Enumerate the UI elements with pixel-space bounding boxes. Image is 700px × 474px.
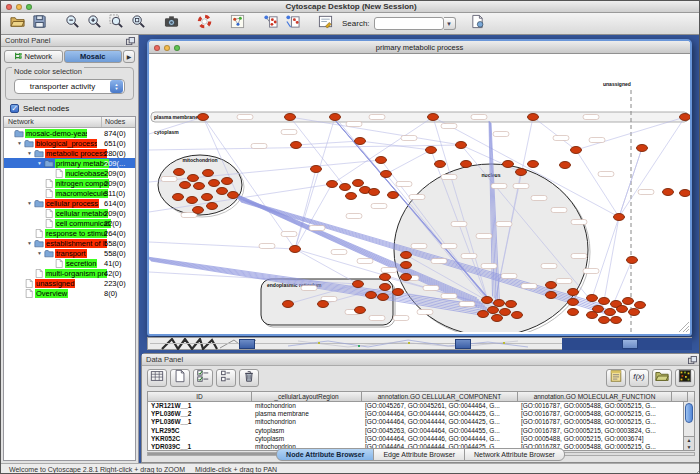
tree-row[interactable]: ▼cellular process614(0) (4, 198, 135, 208)
graph-node[interactable] (401, 274, 412, 281)
tab-network-attribute-browser[interactable]: Network Attribute Browser (464, 448, 565, 461)
graph-edge[interactable] (604, 217, 619, 301)
graph-edge[interactable] (295, 169, 316, 249)
graph-node[interactable] (401, 252, 412, 259)
graph-node[interactable] (311, 166, 322, 173)
graph-node[interactable] (506, 301, 517, 308)
resize-grip-icon[interactable] (691, 465, 700, 474)
tree-row[interactable]: nitrogen compo209(0) (4, 178, 135, 188)
graph-node[interactable] (222, 178, 233, 185)
graph-node[interactable] (663, 189, 674, 196)
graph-node[interactable] (340, 184, 351, 191)
snapshot-button[interactable] (160, 14, 182, 33)
graph-node[interactable] (635, 302, 646, 309)
graph-node[interactable] (426, 147, 437, 154)
graph-node[interactable] (217, 188, 228, 195)
import-document-button[interactable] (467, 14, 489, 33)
node-color-dropdown[interactable]: transporter activity ▲▼ (14, 79, 125, 94)
graph-node[interactable] (174, 169, 185, 176)
expander-icon[interactable]: ▼ (37, 160, 44, 166)
tree-row[interactable]: cellular metabo209(0) (4, 208, 135, 218)
network-overview-button[interactable] (226, 14, 248, 33)
graph-node[interactable] (571, 147, 582, 154)
tab-network[interactable]: Network (4, 50, 63, 63)
tree-row[interactable]: macromolecule311(0) (4, 188, 135, 198)
attribute-list-button[interactable] (216, 369, 236, 387)
network-canvas[interactable]: plasma membranecytoplasmmitochondrionnuc… (149, 54, 690, 332)
graph-node[interactable] (187, 197, 198, 204)
select-columns-button[interactable] (147, 369, 167, 387)
graph-node[interactable] (516, 169, 527, 176)
formula-builder-button[interactable]: f(x) (629, 369, 649, 387)
attribute-checklist-button[interactable] (193, 369, 213, 387)
graph-node[interactable] (599, 298, 610, 305)
tree-row[interactable]: secretion41(0) (4, 258, 135, 268)
graph-node[interactable] (291, 142, 302, 149)
graph-node[interactable] (456, 142, 467, 149)
matrix-view-button[interactable] (675, 369, 695, 387)
hide-selected-edges-button[interactable] (281, 14, 303, 33)
graph-node[interactable] (194, 183, 205, 190)
graph-node[interactable] (428, 114, 439, 121)
graph-node[interactable] (378, 294, 389, 301)
graph-node[interactable] (203, 170, 214, 177)
tree-col-nodes[interactable]: Nodes (105, 118, 125, 125)
graph-node[interactable] (503, 161, 514, 168)
table-row[interactable]: YLR295Ccytoplasm[GO:0045263, GO:0044464,… (148, 427, 694, 435)
tree-row[interactable]: multi-organism pro42(0) (4, 268, 135, 278)
graph-node[interactable] (546, 282, 557, 289)
tab-node-attribute-browser[interactable]: Node Attribute Browser (276, 448, 374, 461)
graph-node[interactable] (512, 312, 523, 319)
graph-node[interactable] (228, 192, 239, 199)
graph-node[interactable] (568, 299, 579, 306)
graph-node[interactable] (393, 289, 404, 296)
delete-attribute-button[interactable] (239, 369, 259, 387)
search-input[interactable] (374, 17, 444, 30)
graph-node[interactable] (587, 312, 598, 319)
graph-edge[interactable] (386, 150, 431, 174)
search-dropdown-arrow-icon[interactable]: ▼ (444, 17, 456, 30)
zoom-out-button[interactable] (61, 14, 83, 33)
tree-row[interactable]: mosaic-demo-yeast874(0) (4, 128, 135, 138)
graph-node[interactable] (285, 114, 296, 121)
tab-mosaic[interactable]: Mosaic (64, 50, 123, 63)
graph-node[interactable] (173, 194, 184, 201)
select-nodes-checkbox[interactable]: ✓ (10, 104, 19, 113)
new-attribute-button[interactable] (170, 369, 190, 387)
background-scrollbar-thumb[interactable] (239, 339, 255, 349)
expander-icon[interactable]: ▼ (27, 240, 34, 246)
tree-col-network[interactable]: Network (8, 118, 34, 125)
scrollbar-thumb[interactable] (685, 403, 693, 423)
tree-row[interactable]: ▼primary metabo209(... (4, 158, 135, 168)
graph-node[interactable] (193, 207, 204, 214)
graph-node[interactable] (188, 175, 199, 182)
save-session-button[interactable] (28, 14, 50, 33)
graph-node[interactable] (355, 307, 366, 314)
table-row[interactable]: YJR121W__1mitochondrion[GO:0045267, GO:0… (148, 402, 694, 410)
graph-node[interactable] (353, 281, 364, 288)
open-session-button[interactable] (6, 14, 28, 33)
graph-node[interactable] (180, 182, 191, 189)
graph-node[interactable] (605, 309, 616, 316)
tree-row[interactable]: ▼biological_process651(0) (4, 138, 135, 148)
table-row[interactable]: YKR052Ccytoplasm[GO:0044464, GO:0044446,… (148, 435, 694, 443)
tab-edge-attribute-browser[interactable]: Edge Attribute Browser (373, 448, 465, 461)
tree-row[interactable]: cell communicat22(0) (4, 218, 135, 228)
graph-node[interactable] (435, 161, 446, 168)
table-column-header[interactable]: ID (148, 392, 252, 402)
graph-node[interactable] (617, 306, 628, 313)
graph-node[interactable] (198, 114, 209, 121)
table-row[interactable]: YPL036W__1mitochondrion[GO:0044464, GO:0… (148, 418, 694, 426)
graph-node[interactable] (629, 309, 640, 316)
graph-node[interactable] (546, 292, 557, 299)
tree-row[interactable]: ▼transport558(0) (4, 248, 135, 258)
graph-node[interactable] (381, 171, 392, 178)
graph-node[interactable] (202, 194, 213, 201)
tree-row[interactable]: unassigned223(0) (4, 278, 135, 288)
graph-node[interactable] (560, 162, 571, 169)
expander-icon[interactable]: ▼ (17, 140, 24, 146)
graph-node[interactable] (680, 114, 691, 121)
graph-edge[interactable] (619, 117, 685, 217)
graph-node[interactable] (380, 284, 391, 291)
graph-node[interactable] (376, 157, 387, 164)
